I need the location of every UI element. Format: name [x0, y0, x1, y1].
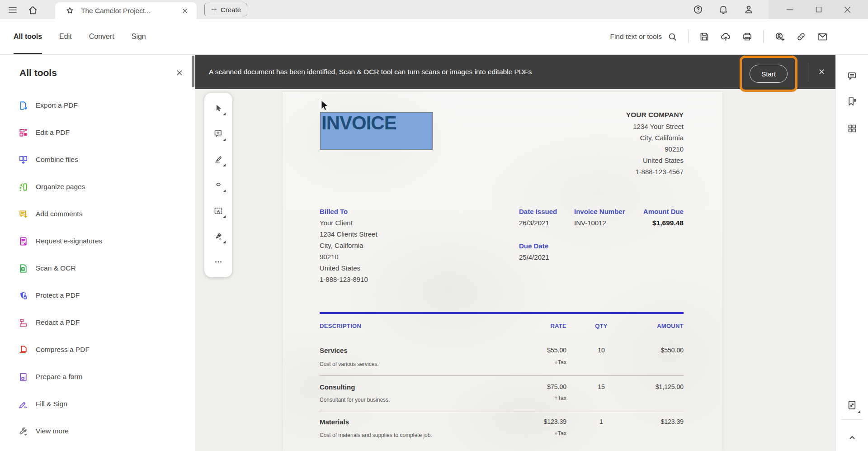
- start-ocr-button[interactable]: Start: [750, 65, 788, 83]
- bell-icon: [718, 4, 729, 15]
- tool-view-more[interactable]: View more: [0, 418, 195, 445]
- date-issued-value: 26/3/2021: [519, 217, 557, 228]
- more-tools-button[interactable]: [208, 253, 228, 271]
- due-date-block: Due Date 25/4/2021: [519, 240, 549, 263]
- billed-line: 1-888-123-8910: [320, 274, 377, 285]
- row-amount: $123.39: [626, 418, 684, 425]
- document-page[interactable]: INVOICE YOUR COMPANY 1234 Your Street Ci…: [283, 92, 722, 451]
- tool-scan-ocr[interactable]: A Scan & OCR: [0, 255, 195, 282]
- company-line: City, California: [626, 132, 684, 143]
- all-tools-panel: All tools Export a PDF Edit a PDF: [0, 55, 195, 451]
- maximize-icon: [814, 5, 823, 14]
- row-qty: 15: [576, 383, 626, 390]
- invoice-title: INVOICE: [321, 113, 432, 133]
- tab-close-button[interactable]: [181, 7, 189, 14]
- panel-scrollbar-thumb[interactable]: [192, 56, 194, 87]
- add-text-box-tool-button[interactable]: A: [208, 202, 228, 220]
- billed-line: 90210: [320, 251, 377, 262]
- row-description: Services: [320, 347, 482, 354]
- combine-files-icon: [18, 155, 28, 165]
- help-button[interactable]: [693, 4, 703, 15]
- highlight-tool-button[interactable]: [208, 150, 228, 168]
- table-header-row: DESCRIPTION RATE QTY AMOUNT: [283, 323, 722, 332]
- tool-label: Fill & Sign: [36, 400, 67, 408]
- window-close-button[interactable]: [843, 5, 852, 14]
- sign-tool-button[interactable]: [208, 227, 228, 245]
- row-rate: $75.00: [477, 383, 566, 390]
- tab-sign[interactable]: Sign: [132, 19, 146, 54]
- tool-label: Compress a PDF: [36, 346, 90, 354]
- share-link-button[interactable]: [796, 31, 807, 42]
- close-icon: [175, 69, 184, 77]
- company-line: 1234 Your Street: [626, 121, 684, 132]
- date-issued-block: Date Issued 26/3/2021: [519, 206, 557, 228]
- invoice-title-selection[interactable]: INVOICE: [320, 112, 433, 150]
- create-button[interactable]: Create: [204, 3, 247, 16]
- save-button[interactable]: [699, 31, 710, 42]
- row-amount: $550.00: [626, 347, 684, 354]
- window-maximize-button[interactable]: [814, 5, 823, 14]
- row-divider: [320, 375, 684, 376]
- main-area: All tools Export a PDF Edit a PDF: [0, 55, 868, 451]
- company-line: 1-888-123-4567: [626, 166, 684, 177]
- document-canvas[interactable]: A INVOICE YOUR COMPANY: [195, 89, 835, 451]
- home-button[interactable]: [27, 4, 38, 16]
- prepare-form-icon: [18, 372, 28, 382]
- row-description: Consulting: [320, 383, 482, 391]
- fountain-pen-icon: [213, 231, 224, 242]
- request-signature-button[interactable]: [774, 31, 785, 43]
- favorite-star-icon[interactable]: [65, 6, 75, 15]
- tool-list: Export a PDF Edit a PDF Combine files: [0, 92, 195, 445]
- tool-prepare-form[interactable]: Prepare a form: [0, 363, 195, 390]
- hamburger-menu-button[interactable]: [7, 4, 19, 16]
- tab-convert[interactable]: Convert: [89, 19, 114, 54]
- notifications-button[interactable]: [718, 4, 729, 15]
- tool-fill-sign[interactable]: Fill & Sign: [0, 390, 195, 418]
- tab-all-tools[interactable]: All tools: [14, 19, 42, 54]
- fit-page-button[interactable]: [843, 396, 861, 414]
- find-text-or-tools[interactable]: Find text or tools: [610, 32, 678, 42]
- export-pdf-icon: [18, 100, 28, 111]
- tool-protect-pdf[interactable]: Protect a PDF: [0, 282, 195, 309]
- rail-divider: [841, 419, 863, 420]
- tab-title: The Camelot Project...: [81, 7, 151, 15]
- hamburger-icon: [7, 5, 18, 15]
- tool-redact-pdf[interactable]: Redact a PDF: [0, 309, 195, 336]
- tool-organize-pages[interactable]: Organize pages: [0, 173, 195, 200]
- banner-close-button[interactable]: [818, 68, 826, 76]
- page-thumbnails-button[interactable]: [843, 119, 861, 138]
- tool-export-pdf[interactable]: Export a PDF: [0, 92, 195, 119]
- help-icon: [693, 4, 703, 15]
- draw-tool-button[interactable]: [208, 176, 228, 194]
- print-button[interactable]: [742, 31, 753, 42]
- select-tool-button[interactable]: [208, 99, 228, 117]
- billed-to-block: Billed To Your Client 1234 Clients Stree…: [320, 206, 377, 285]
- user-icon: [743, 4, 754, 15]
- tool-combine-files[interactable]: Combine files: [0, 146, 195, 173]
- tab-edit[interactable]: Edit: [59, 19, 72, 54]
- email-button[interactable]: [817, 31, 828, 43]
- upload-to-cloud-button[interactable]: [720, 31, 731, 43]
- collapse-rail-button[interactable]: [843, 428, 861, 446]
- comments-panel-button[interactable]: [843, 67, 861, 85]
- account-button[interactable]: [743, 4, 754, 15]
- bookmarks-panel-button[interactable]: [843, 92, 861, 110]
- billed-line: United States: [320, 262, 377, 274]
- window-minimize-button[interactable]: [785, 5, 795, 14]
- person-add-icon: [774, 31, 785, 43]
- tool-add-comments[interactable]: Add comments: [0, 200, 195, 228]
- document-tab[interactable]: The Camelot Project...: [55, 2, 197, 19]
- save-icon: [699, 31, 710, 42]
- toolbar-divider: [688, 30, 689, 43]
- add-comment-tool-button[interactable]: [208, 125, 228, 143]
- quick-tools-bar: A: [204, 93, 232, 277]
- start-button-highlight: Start: [740, 56, 797, 92]
- row-description: Materials: [320, 418, 482, 426]
- comment-icon: [846, 71, 858, 82]
- tool-label: Scan & OCR: [36, 264, 76, 272]
- tool-compress-pdf[interactable]: Compress a PDF: [0, 336, 195, 363]
- tool-edit-pdf[interactable]: Edit a PDF: [0, 119, 195, 146]
- cursor-icon: [213, 103, 224, 114]
- panel-close-button[interactable]: [175, 69, 184, 77]
- tool-request-esignatures[interactable]: Request e-signatures: [0, 228, 195, 255]
